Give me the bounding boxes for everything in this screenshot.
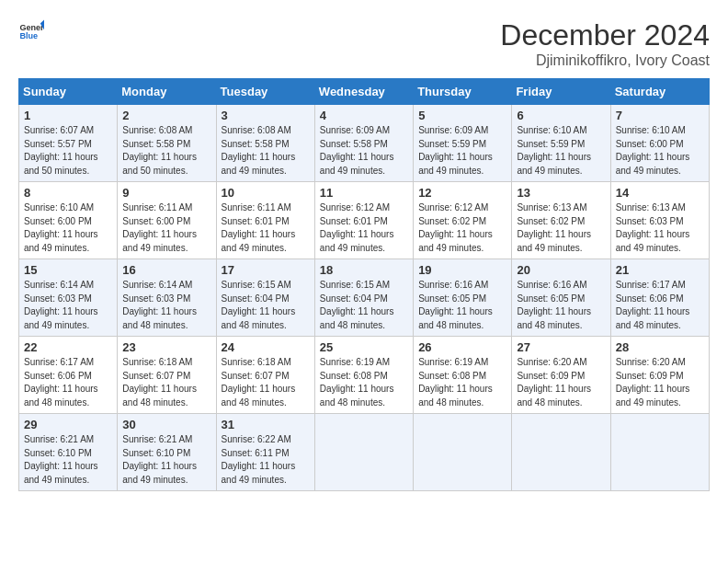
day-detail: Sunrise: 6:18 AMSunset: 6:07 PMDaylight:…	[222, 356, 310, 409]
day-number: 23	[122, 340, 210, 354]
calendar-cell	[414, 414, 512, 491]
day-number: 16	[122, 263, 210, 277]
logo-icon: General Blue	[18, 18, 44, 44]
calendar-cell: 22Sunrise: 6:17 AMSunset: 6:06 PMDayligh…	[19, 337, 118, 414]
header: General Blue December 2024 Djiminikoffik…	[18, 18, 710, 69]
day-number: 29	[24, 418, 112, 431]
day-number: 28	[616, 340, 704, 354]
calendar-cell: 31Sunrise: 6:22 AMSunset: 6:11 PMDayligh…	[216, 414, 314, 491]
day-detail: Sunrise: 6:14 AMSunset: 6:03 PMDaylight:…	[122, 279, 210, 332]
day-number: 2	[122, 109, 210, 122]
day-detail: Sunrise: 6:15 AMSunset: 6:04 PMDaylight:…	[320, 279, 408, 332]
day-detail: Sunrise: 6:11 AMSunset: 6:00 PMDaylight:…	[122, 201, 210, 255]
day-detail: Sunrise: 6:07 AMSunset: 5:57 PMDaylight:…	[24, 124, 112, 178]
day-number: 19	[418, 263, 506, 277]
day-detail: Sunrise: 6:12 AMSunset: 6:01 PMDaylight:…	[320, 201, 408, 255]
day-number: 9	[122, 186, 210, 200]
day-number: 31	[222, 418, 310, 431]
day-number: 1	[24, 109, 112, 122]
calendar-week-row: 1Sunrise: 6:07 AMSunset: 5:57 PMDaylight…	[19, 105, 710, 182]
day-number: 12	[418, 186, 506, 200]
calendar-cell: 2Sunrise: 6:08 AMSunset: 5:58 PMDaylight…	[118, 105, 216, 182]
day-detail: Sunrise: 6:11 AMSunset: 6:01 PMDaylight:…	[222, 201, 310, 255]
calendar-cell: 17Sunrise: 6:15 AMSunset: 6:04 PMDayligh…	[216, 259, 314, 337]
day-detail: Sunrise: 6:20 AMSunset: 6:09 PMDaylight:…	[616, 356, 704, 409]
day-detail: Sunrise: 6:13 AMSunset: 6:02 PMDaylight:…	[517, 201, 605, 255]
calendar-cell: 11Sunrise: 6:12 AMSunset: 6:01 PMDayligh…	[314, 182, 413, 259]
day-number: 8	[24, 186, 112, 200]
svg-text:General: General	[19, 23, 44, 32]
weekday-header: Monday	[118, 79, 216, 105]
day-number: 27	[517, 340, 605, 354]
day-number: 20	[517, 263, 605, 277]
day-detail: Sunrise: 6:08 AMSunset: 5:58 PMDaylight:…	[122, 124, 210, 178]
calendar-cell: 7Sunrise: 6:10 AMSunset: 6:00 PMDaylight…	[610, 105, 709, 182]
day-number: 18	[320, 263, 408, 277]
calendar-cell: 26Sunrise: 6:19 AMSunset: 6:08 PMDayligh…	[414, 337, 512, 414]
calendar-cell: 23Sunrise: 6:18 AMSunset: 6:07 PMDayligh…	[118, 337, 216, 414]
day-detail: Sunrise: 6:16 AMSunset: 6:05 PMDaylight:…	[517, 279, 605, 332]
calendar-cell: 20Sunrise: 6:16 AMSunset: 6:05 PMDayligh…	[512, 259, 610, 337]
day-number: 6	[517, 109, 605, 122]
day-detail: Sunrise: 6:17 AMSunset: 6:06 PMDaylight:…	[24, 356, 112, 409]
calendar-cell: 21Sunrise: 6:17 AMSunset: 6:06 PMDayligh…	[610, 259, 709, 337]
day-detail: Sunrise: 6:12 AMSunset: 6:02 PMDaylight:…	[418, 201, 506, 255]
day-number: 26	[418, 340, 506, 354]
calendar-cell: 4Sunrise: 6:09 AMSunset: 5:58 PMDaylight…	[314, 105, 413, 182]
svg-text:Blue: Blue	[19, 31, 38, 40]
day-detail: Sunrise: 6:15 AMSunset: 6:04 PMDaylight:…	[222, 279, 310, 332]
day-number: 4	[320, 109, 408, 122]
day-number: 14	[616, 186, 704, 200]
calendar-cell: 9Sunrise: 6:11 AMSunset: 6:00 PMDaylight…	[118, 182, 216, 259]
calendar-header: SundayMondayTuesdayWednesdayThursdayFrid…	[19, 79, 710, 105]
calendar-cell: 15Sunrise: 6:14 AMSunset: 6:03 PMDayligh…	[19, 259, 118, 337]
day-detail: Sunrise: 6:09 AMSunset: 5:58 PMDaylight:…	[320, 124, 408, 178]
calendar-table: SundayMondayTuesdayWednesdayThursdayFrid…	[18, 78, 710, 491]
day-number: 21	[616, 263, 704, 277]
calendar-week-row: 22Sunrise: 6:17 AMSunset: 6:06 PMDayligh…	[19, 337, 710, 414]
calendar-cell: 16Sunrise: 6:14 AMSunset: 6:03 PMDayligh…	[118, 259, 216, 337]
month-title: December 2024	[500, 18, 710, 52]
calendar-cell: 29Sunrise: 6:21 AMSunset: 6:10 PMDayligh…	[19, 414, 118, 491]
weekday-header: Thursday	[414, 79, 512, 105]
day-number: 11	[320, 186, 408, 200]
day-detail: Sunrise: 6:08 AMSunset: 5:58 PMDaylight:…	[222, 124, 310, 178]
day-detail: Sunrise: 6:21 AMSunset: 6:10 PMDaylight:…	[122, 433, 210, 487]
calendar-cell	[512, 414, 610, 491]
day-number: 24	[222, 340, 310, 354]
calendar-cell: 12Sunrise: 6:12 AMSunset: 6:02 PMDayligh…	[414, 182, 512, 259]
day-number: 5	[418, 109, 506, 122]
calendar-cell: 1Sunrise: 6:07 AMSunset: 5:57 PMDaylight…	[19, 105, 118, 182]
title-area: December 2024 Djiminikoffikro, Ivory Coa…	[500, 18, 710, 69]
day-detail: Sunrise: 6:10 AMSunset: 6:00 PMDaylight:…	[616, 124, 704, 178]
calendar-cell: 25Sunrise: 6:19 AMSunset: 6:08 PMDayligh…	[314, 337, 413, 414]
day-number: 17	[222, 263, 310, 277]
day-detail: Sunrise: 6:10 AMSunset: 5:59 PMDaylight:…	[517, 124, 605, 178]
calendar-cell	[314, 414, 413, 491]
day-detail: Sunrise: 6:19 AMSunset: 6:08 PMDaylight:…	[320, 356, 408, 409]
weekday-header: Sunday	[19, 79, 118, 105]
weekday-header: Saturday	[610, 79, 709, 105]
day-detail: Sunrise: 6:17 AMSunset: 6:06 PMDaylight:…	[616, 279, 704, 332]
day-number: 22	[24, 340, 112, 354]
calendar-cell: 13Sunrise: 6:13 AMSunset: 6:02 PMDayligh…	[512, 182, 610, 259]
day-detail: Sunrise: 6:20 AMSunset: 6:09 PMDaylight:…	[517, 356, 605, 409]
calendar-cell: 19Sunrise: 6:16 AMSunset: 6:05 PMDayligh…	[414, 259, 512, 337]
day-number: 15	[24, 263, 112, 277]
calendar-cell: 30Sunrise: 6:21 AMSunset: 6:10 PMDayligh…	[118, 414, 216, 491]
calendar-cell: 6Sunrise: 6:10 AMSunset: 5:59 PMDaylight…	[512, 105, 610, 182]
day-number: 13	[517, 186, 605, 200]
calendar-cell: 24Sunrise: 6:18 AMSunset: 6:07 PMDayligh…	[216, 337, 314, 414]
logo: General Blue	[18, 18, 44, 44]
weekday-header: Tuesday	[216, 79, 314, 105]
weekday-header: Wednesday	[314, 79, 413, 105]
calendar-cell: 10Sunrise: 6:11 AMSunset: 6:01 PMDayligh…	[216, 182, 314, 259]
calendar-week-row: 29Sunrise: 6:21 AMSunset: 6:10 PMDayligh…	[19, 414, 710, 491]
day-detail: Sunrise: 6:13 AMSunset: 6:03 PMDaylight:…	[616, 201, 704, 255]
day-detail: Sunrise: 6:21 AMSunset: 6:10 PMDaylight:…	[24, 433, 112, 487]
day-detail: Sunrise: 6:19 AMSunset: 6:08 PMDaylight:…	[418, 356, 506, 409]
calendar-cell: 28Sunrise: 6:20 AMSunset: 6:09 PMDayligh…	[610, 337, 709, 414]
calendar-cell: 18Sunrise: 6:15 AMSunset: 6:04 PMDayligh…	[314, 259, 413, 337]
calendar-cell: 8Sunrise: 6:10 AMSunset: 6:00 PMDaylight…	[19, 182, 118, 259]
day-detail: Sunrise: 6:10 AMSunset: 6:00 PMDaylight:…	[24, 201, 112, 255]
